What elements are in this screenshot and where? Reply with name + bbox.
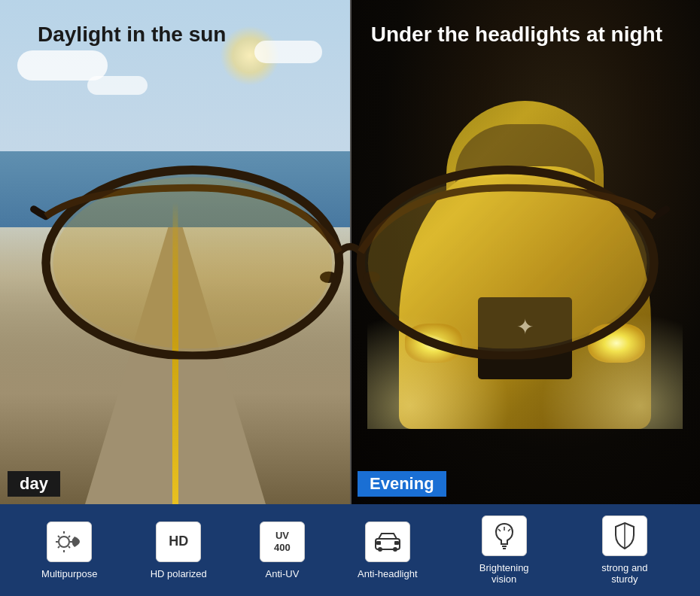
cloud-3 <box>254 41 322 63</box>
road-center-line <box>173 202 178 504</box>
night-panel: ✦ Under the headlights at night Evening <box>350 0 700 504</box>
headlight-label: Anti-headlight <box>358 568 418 579</box>
headlight-left <box>405 324 461 363</box>
car-shape: ✦ <box>367 101 683 429</box>
svg-point-16 <box>378 547 382 552</box>
mercedes-star-icon: ✦ <box>514 315 537 337</box>
svg-point-17 <box>393 547 397 552</box>
uv-icon: UV400 <box>274 530 291 553</box>
night-title: Under the headlights at night <box>371 23 662 47</box>
hd-icon-box: HD <box>156 522 201 562</box>
hd-label: HD polarized <box>151 568 207 579</box>
multipurpose-icon-box <box>47 522 92 562</box>
bulb-icon-box <box>482 515 527 556</box>
multipurpose-label: Multipurpose <box>41 568 97 579</box>
sturdy-label: strong and sturdy <box>591 562 659 585</box>
day-badge: day <box>8 471 60 497</box>
svg-line-13 <box>58 546 59 548</box>
day-title: Daylight in the sun <box>38 23 226 47</box>
uv-label: Anti-UV <box>266 568 300 579</box>
headlight-right <box>588 324 644 363</box>
main-container: Daylight in the sun day ✦ Under the head… <box>0 0 700 596</box>
svg-line-12 <box>68 546 70 548</box>
svg-rect-19 <box>394 541 399 545</box>
svg-line-14 <box>68 536 70 537</box>
brightening-label: Brightening vision <box>470 562 538 585</box>
svg-line-11 <box>58 536 59 537</box>
car-icon-box <box>365 522 410 562</box>
svg-point-6 <box>59 537 69 547</box>
feature-anti-uv: UV400 Anti-UV <box>260 522 305 579</box>
shield-icon-box <box>602 515 647 556</box>
bulb-icon <box>493 522 516 550</box>
hd-icon: HD <box>169 534 188 549</box>
feature-strong-sturdy: strong and sturdy <box>591 515 659 585</box>
shield-icon <box>613 522 637 550</box>
feature-brightening-vision: Brightening vision <box>470 515 538 585</box>
panel-divider <box>350 0 352 504</box>
car-grille <box>478 297 573 379</box>
features-bar: Multipurpose HD HD polarized UV400 Anti-… <box>0 504 700 596</box>
cloud-2 <box>87 76 148 95</box>
multipurpose-icon <box>55 530 84 554</box>
feature-hd-polarized: HD HD polarized <box>151 522 207 579</box>
svg-line-24 <box>498 529 501 531</box>
feature-anti-headlight: Anti-headlight <box>358 522 418 579</box>
svg-rect-18 <box>376 541 381 545</box>
car-icon <box>373 531 403 552</box>
evening-badge: Evening <box>358 471 446 497</box>
feature-multipurpose: Multipurpose <box>41 522 97 579</box>
uv-icon-box: UV400 <box>260 522 305 562</box>
svg-line-25 <box>508 529 510 531</box>
main-image-section: Daylight in the sun day ✦ Under the head… <box>0 0 700 504</box>
day-panel: Daylight in the sun day <box>0 0 350 504</box>
